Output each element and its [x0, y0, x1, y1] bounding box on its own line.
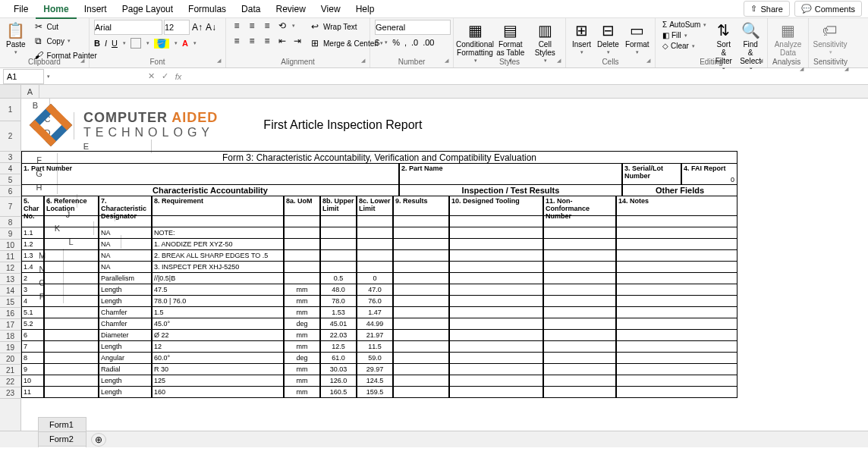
orientation-icon[interactable]: ⟲ — [276, 20, 288, 32]
cell[interactable]: Length — [99, 375, 152, 387]
cell[interactable]: 44.99 — [357, 318, 393, 330]
cell[interactable] — [284, 273, 320, 284]
cell[interactable] — [449, 330, 543, 341]
cell[interactable]: Radial — [99, 364, 152, 375]
cell[interactable] — [616, 273, 737, 284]
cell[interactable] — [393, 273, 449, 284]
cell[interactable]: 0 — [357, 273, 393, 284]
cell[interactable] — [543, 318, 616, 330]
cell[interactable]: 1.1 — [21, 227, 44, 239]
cell[interactable] — [616, 353, 737, 364]
sensitivity-button[interactable]: 🏷Sensitivity▾ — [813, 20, 847, 57]
cell[interactable]: Angular — [99, 353, 152, 364]
cell[interactable] — [393, 387, 449, 398]
fill-color-button[interactable]: 🪣 — [154, 39, 169, 49]
name-box[interactable] — [3, 69, 44, 84]
cell[interactable]: 3. INSPECT PER XHJ-5250 — [152, 262, 284, 273]
cell[interactable]: 9 — [21, 364, 44, 375]
sheet-tab-form3[interactable]: Form3 — [38, 446, 86, 447]
cell[interactable] — [393, 262, 449, 273]
increase-font-icon[interactable]: A↑ — [191, 21, 203, 33]
cell[interactable] — [44, 330, 99, 341]
cell[interactable]: 47.5 — [152, 284, 284, 296]
align-bottom-icon[interactable]: ≡ — [261, 20, 273, 32]
cell[interactable]: NA — [99, 239, 152, 250]
cell[interactable] — [284, 227, 320, 239]
cell[interactable] — [393, 239, 449, 250]
cell[interactable] — [393, 364, 449, 375]
cell[interactable] — [543, 364, 616, 375]
cell[interactable] — [284, 239, 320, 250]
enter-formula-button[interactable]: ✓ — [158, 71, 171, 81]
cell[interactable]: 30.03 — [320, 364, 357, 375]
cell[interactable]: //|0.5|B — [152, 273, 284, 284]
cell[interactable] — [393, 227, 449, 239]
menu-tab-data[interactable]: Data — [234, 1, 268, 17]
currency-button[interactable]: $ — [375, 38, 379, 47]
row-header-5[interactable]: 5 — [0, 174, 20, 186]
cell[interactable]: Chamfer — [99, 318, 152, 330]
fill-button[interactable]: ◧Fill▾ — [660, 30, 709, 40]
cell[interactable] — [616, 239, 737, 250]
font-size-select[interactable] — [164, 20, 190, 35]
cell[interactable]: Length — [99, 296, 152, 307]
italic-button[interactable]: I — [105, 39, 107, 48]
row-header-11[interactable]: 11 — [0, 251, 20, 262]
align-center-icon[interactable]: ≡ — [246, 35, 258, 47]
cell[interactable]: 29.97 — [357, 364, 393, 375]
row-header-3[interactable]: 3 — [0, 152, 20, 163]
number-format-select[interactable] — [375, 20, 451, 35]
cell[interactable] — [543, 341, 616, 353]
cell[interactable]: 6 — [21, 330, 44, 341]
cell[interactable]: NA — [99, 262, 152, 273]
cell[interactable] — [543, 387, 616, 398]
cell[interactable] — [284, 250, 320, 262]
cell[interactable] — [393, 341, 449, 353]
align-left-icon[interactable]: ≡ — [231, 35, 243, 47]
cell[interactable] — [44, 262, 99, 273]
menu-tab-review[interactable]: Review — [268, 1, 313, 17]
row-header-19[interactable]: 19 — [0, 342, 20, 353]
cell[interactable]: NA — [99, 250, 152, 262]
cell[interactable]: 126.0 — [320, 375, 357, 387]
cell[interactable]: deg — [284, 318, 320, 330]
row-header-20[interactable]: 20 — [0, 353, 20, 365]
cell[interactable] — [449, 387, 543, 398]
cell[interactable] — [320, 262, 357, 273]
cell[interactable] — [449, 262, 543, 273]
cell[interactable] — [44, 284, 99, 296]
cell[interactable] — [357, 239, 393, 250]
cell[interactable]: 2 — [21, 273, 44, 284]
cell[interactable] — [357, 227, 393, 239]
cell[interactable] — [449, 273, 543, 284]
row-header-13[interactable]: 13 — [0, 274, 20, 285]
cell[interactable]: NOTE: — [152, 227, 284, 239]
row-header-22[interactable]: 22 — [0, 376, 20, 387]
cell[interactable] — [449, 364, 543, 375]
cell[interactable]: 61.0 — [320, 353, 357, 364]
cell[interactable] — [543, 262, 616, 273]
align-middle-icon[interactable]: ≡ — [246, 20, 258, 32]
menu-tab-file[interactable]: File — [6, 1, 36, 17]
cell[interactable] — [616, 387, 737, 398]
font-name-select[interactable] — [94, 20, 162, 35]
cell[interactable] — [320, 250, 357, 262]
comma-button[interactable]: , — [404, 38, 407, 47]
cell[interactable]: 1. ANODIZE PER XYZ-50 — [152, 239, 284, 250]
cell[interactable] — [449, 341, 543, 353]
cell[interactable] — [449, 318, 543, 330]
cell[interactable] — [616, 296, 737, 307]
cell[interactable] — [616, 375, 737, 387]
cell[interactable]: 48.0 — [320, 284, 357, 296]
cell[interactable]: mm — [284, 296, 320, 307]
cell[interactable]: 78.0 — [320, 296, 357, 307]
cell[interactable] — [449, 284, 543, 296]
cell[interactable] — [393, 296, 449, 307]
cell[interactable]: Length — [99, 387, 152, 398]
indent-increase-icon[interactable]: ⇥ — [291, 35, 303, 47]
cell[interactable]: 1.53 — [320, 307, 357, 318]
cell[interactable]: 0.5 — [320, 273, 357, 284]
row-header-21[interactable]: 21 — [0, 365, 20, 376]
cell[interactable] — [44, 239, 99, 250]
cell[interactable] — [393, 307, 449, 318]
